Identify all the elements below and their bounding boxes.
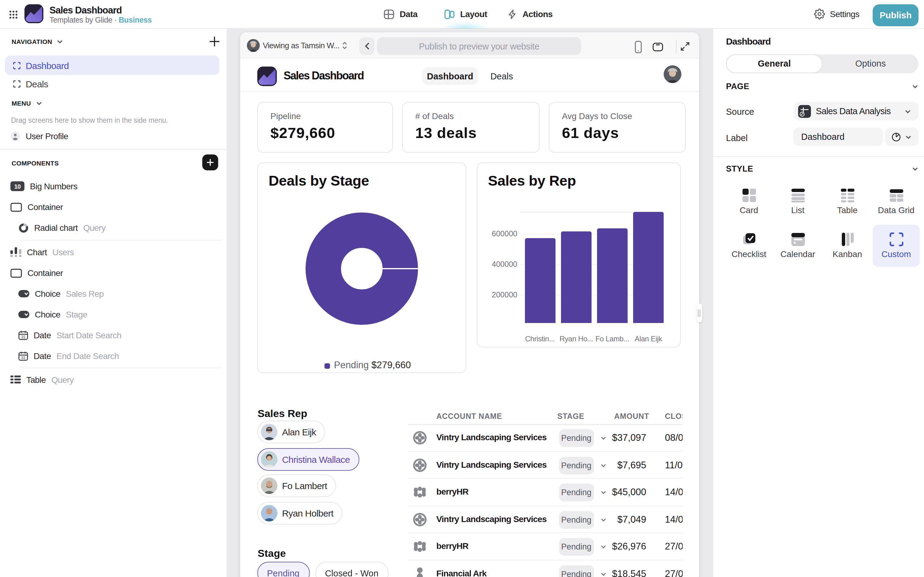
svg-text:31: 31: [21, 355, 25, 360]
svg-text:10: 10: [14, 183, 21, 190]
svg-text:31: 31: [21, 335, 25, 339]
